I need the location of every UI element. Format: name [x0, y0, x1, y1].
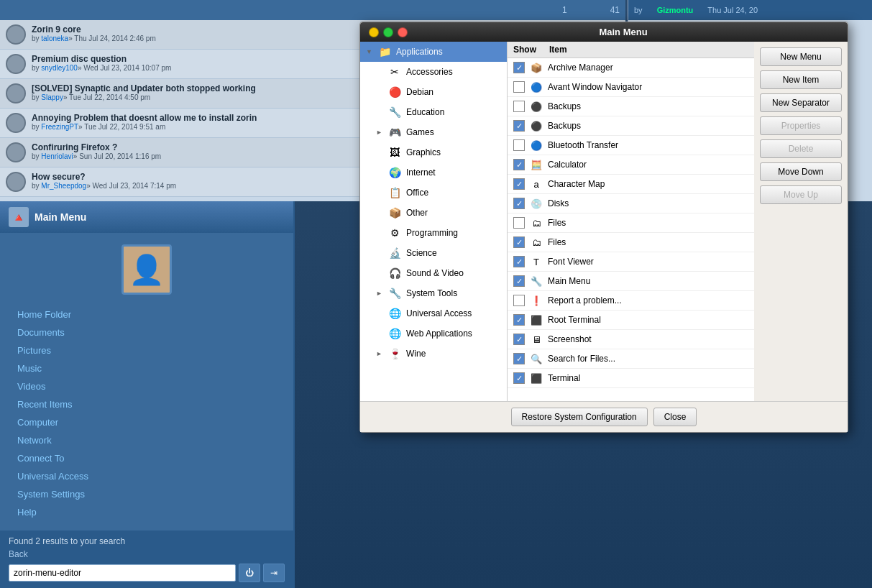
nav-item-computer[interactable]: Computer: [12, 414, 282, 431]
nav-item-help[interactable]: Help: [12, 504, 282, 520]
category-item-education[interactable]: 🔧 Education: [360, 102, 507, 122]
category-item-universal-access[interactable]: 🌐 Universal Access: [360, 303, 507, 323]
post-avatar: [6, 24, 26, 45]
category-item-science[interactable]: 🔬 Science: [360, 243, 507, 263]
item-checkbox[interactable]: [513, 101, 525, 112]
item-label: Backups: [548, 121, 748, 131]
item-checkbox[interactable]: ✓: [513, 236, 525, 248]
item-icon: ❗: [529, 293, 543, 308]
item-checkbox[interactable]: ✓: [513, 178, 525, 190]
move-down-button[interactable]: Move Down: [760, 162, 842, 181]
buttons-panel: New MenuNew ItemNew SeparatorPropertiesD…: [754, 42, 848, 401]
post-username[interactable]: Mr_Sheepdog: [41, 182, 86, 190]
item-icon: 🗂: [529, 235, 543, 249]
post-avatar: [6, 54, 26, 74]
forum-right-header: by Gizmontu Thu Jul 24, 20: [628, 0, 872, 20]
item-icon: ⚫: [529, 99, 543, 114]
cat-icon-universal-access: 🌐: [387, 306, 402, 321]
items-panel: Show Item ✓ 📦 Archive Manager 🔵 Avant Wi…: [508, 42, 754, 401]
item-checkbox[interactable]: ✓: [513, 159, 525, 170]
cat-label-other: Other: [406, 208, 428, 218]
category-item-graphics[interactable]: 🖼 Graphics: [360, 142, 507, 162]
menu-item-row: ✓ 🧮 Calculator: [508, 155, 754, 175]
menu-item-row: ✓ 🔍 Search for Files...: [508, 349, 754, 369]
maximize-button[interactable]: [383, 27, 393, 37]
menu-item-row: 🗂 Files: [508, 213, 754, 233]
cat-label-education: Education: [406, 107, 444, 117]
avatar-area: 👤: [0, 233, 293, 306]
nav-item-network[interactable]: Network: [12, 432, 282, 449]
menu-item-row: ✓ 🔧 Main Menu: [508, 272, 754, 291]
menu-item-row: ✓ T Font Viewer: [508, 252, 754, 272]
new-item-button[interactable]: New Item: [760, 70, 842, 89]
post-username[interactable]: snydley100: [41, 64, 78, 72]
item-label: Screenshot: [548, 334, 748, 344]
category-item-games[interactable]: ► 🎮 Games: [360, 122, 507, 142]
cat-label-debian: Debian: [406, 87, 433, 97]
col-41: 41: [610, 5, 620, 15]
item-label: Disks: [548, 198, 748, 208]
nav-item-videos[interactable]: Videos: [12, 378, 282, 395]
nav-item-recent-items[interactable]: Recent Items: [12, 396, 282, 413]
nav-item-home-folder[interactable]: Home Folder: [12, 306, 282, 323]
logout-button[interactable]: ⇥: [263, 564, 285, 582]
item-checkbox[interactable]: [513, 81, 525, 93]
restore-button[interactable]: Restore System Configuration: [511, 408, 648, 426]
new-separator-button[interactable]: New Separator: [760, 93, 842, 112]
close-window-button[interactable]: [398, 27, 408, 37]
item-checkbox[interactable]: ✓: [513, 353, 525, 364]
item-label: Calculator: [548, 160, 748, 170]
menu-item-row: ✓ a Character Map: [508, 175, 754, 194]
item-icon: 🔍: [529, 352, 543, 366]
category-item-other[interactable]: 📦 Other: [360, 203, 507, 223]
item-checkbox[interactable]: ✓: [513, 120, 525, 132]
nav-item-connect-to[interactable]: Connect To: [12, 450, 282, 467]
close-button[interactable]: Close: [653, 408, 697, 426]
category-item-accessories[interactable]: ✂ Accessories: [360, 62, 507, 82]
back-label[interactable]: Back: [9, 549, 285, 559]
category-item-wine[interactable]: ► 🍷 Wine: [360, 344, 507, 364]
item-checkbox[interactable]: ✓: [513, 62, 525, 73]
category-item-system-tools[interactable]: ► 🔧 System Tools: [360, 283, 507, 303]
nav-item-documents[interactable]: Documents: [12, 324, 282, 341]
cat-icon-wine: 🍷: [387, 346, 402, 361]
cat-icon-internet: 🌍: [387, 165, 402, 180]
menu-item-row: ✓ 🖥 Screenshot: [508, 330, 754, 349]
post-username[interactable]: Henriolavi: [41, 152, 73, 160]
item-checkbox[interactable]: ✓: [513, 334, 525, 345]
category-item-applications[interactable]: ▼ 📁 Applications: [360, 42, 507, 62]
post-username[interactable]: Slappy: [41, 93, 63, 101]
category-item-web-applications[interactable]: 🌐 Web Applications: [360, 323, 507, 344]
post-username[interactable]: FreezingPT: [41, 123, 78, 131]
search-input[interactable]: [9, 564, 236, 582]
item-checkbox[interactable]: [513, 139, 525, 151]
menu-item-row: 🔵 Avant Window Navigator: [508, 78, 754, 97]
category-item-sound-video[interactable]: 🎧 Sound & Video: [360, 263, 507, 283]
category-item-debian[interactable]: 🔴 Debian: [360, 82, 507, 102]
category-item-office[interactable]: 📋 Office: [360, 183, 507, 203]
menu-item-row: 🔵 Bluetooth Transfer: [508, 136, 754, 155]
item-icon: 🔵: [529, 80, 543, 94]
item-checkbox[interactable]: ✓: [513, 314, 525, 326]
left-menu-header: 🔺 Main Menu: [0, 201, 293, 233]
cat-icon-office: 📋: [387, 185, 402, 200]
item-label: Report a problem...: [548, 295, 748, 306]
item-checkbox[interactable]: ✓: [513, 275, 525, 287]
category-item-internet[interactable]: 🌍 Internet: [360, 162, 507, 183]
minimize-button[interactable]: [369, 27, 379, 37]
item-checkbox[interactable]: ✓: [513, 256, 525, 267]
nav-item-system-settings[interactable]: System Settings: [12, 486, 282, 502]
nav-item-pictures[interactable]: Pictures: [12, 342, 282, 359]
cat-label-system-tools: System Tools: [406, 288, 457, 298]
category-item-programming[interactable]: ⚙ Programming: [360, 223, 507, 243]
item-checkbox[interactable]: [513, 295, 525, 306]
item-checkbox[interactable]: ✓: [513, 372, 525, 384]
new-menu-button[interactable]: New Menu: [760, 47, 842, 66]
item-checkbox[interactable]: [513, 217, 525, 229]
power-button[interactable]: ⏻: [239, 564, 260, 582]
cat-icon-science: 🔬: [387, 246, 402, 260]
post-username[interactable]: taloneka: [41, 35, 68, 42]
nav-item-music[interactable]: Music: [12, 360, 282, 377]
nav-item-universal-access[interactable]: Universal Access: [12, 468, 282, 484]
item-checkbox[interactable]: ✓: [513, 198, 525, 209]
